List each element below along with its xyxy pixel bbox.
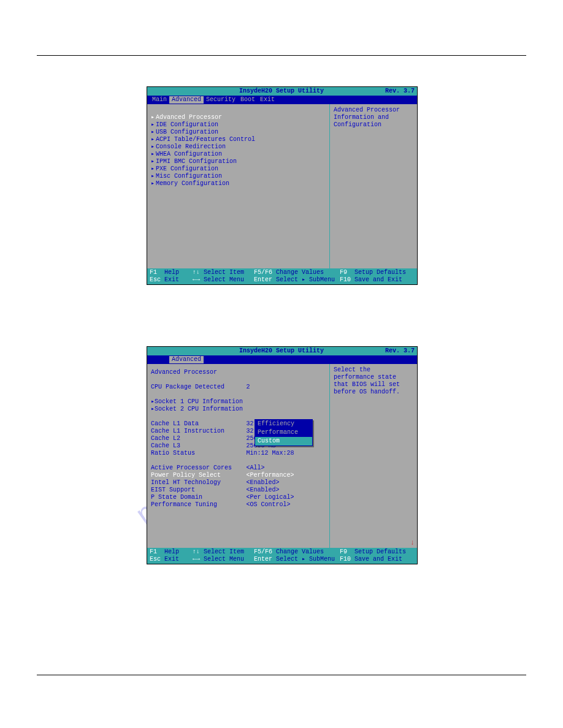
menu-item-whea[interactable]: ▸WHEA Configuration [151, 151, 326, 158]
advanced-menu-list: ▸Advanced Processor ▸IDE Configuration ▸… [147, 104, 330, 268]
submenu-socket2[interactable]: ▸Socket 2 CPU Information [151, 406, 326, 413]
menu-item-pxe[interactable]: ▸PXE Configuration [151, 165, 326, 173]
utility-title: InsydeH20 Setup Utility [147, 88, 416, 95]
help-text-pane: Advanced Processor Information and Confi… [330, 104, 417, 268]
menu-item-memory[interactable]: ▸Memory Configuration [151, 180, 326, 188]
cpu-pkg-value: 2 [246, 384, 326, 391]
ratio-status-label: Ratio Status [151, 450, 246, 457]
bios-screenshot-1: x InsydeH20 Setup Utility Rev. 3.7 MainA… [147, 86, 416, 285]
menu-item-ipmi[interactable]: ▸IPMI BMC Configuration [151, 158, 326, 165]
setting-pstate[interactable]: P State Domain<Per Logical> [151, 494, 326, 501]
menu-item-misc[interactable]: ▸Misc Configuration [151, 173, 326, 180]
help-text-pane-2: Select the performance state that BIOS w… [330, 364, 417, 548]
bios-screenshot-2: x InsydeH20 Setup Utility Rev. 3.7 MainA… [147, 346, 416, 564]
help-text-2: Select the performance state that BIOS w… [334, 366, 413, 396]
tab-row-2: MainAdvanced [147, 355, 417, 364]
popup-option-performance[interactable]: Performance [255, 428, 312, 437]
title-bar-2: x InsydeH20 Setup Utility Rev. 3.7 [147, 347, 417, 355]
menu-item-ide-config[interactable]: ▸IDE Configuration [151, 121, 326, 129]
menu-item-console-redir[interactable]: ▸Console Redirection [151, 143, 326, 151]
scroll-down-icon: ↓ [410, 539, 415, 547]
popup-option-efficiency[interactable]: Efficiency [255, 420, 312, 428]
menu-item-advanced-processor[interactable]: ▸Advanced Processor [151, 114, 326, 121]
menu-item-usb-config[interactable]: ▸USB Configuration [151, 129, 326, 136]
utility-title-2: InsydeH20 Setup Utility [147, 347, 416, 355]
help-bar-2: F1 Help ↑↓ Select Item F5/F6 Change Valu… [147, 548, 417, 564]
cache-l2-label: Cache L2 [151, 435, 246, 442]
advanced-processor-pane: Advanced Processor CPU Package Detected2… [147, 364, 330, 548]
popup-option-custom[interactable]: Custom [255, 437, 312, 446]
help-bar: F1 Help ↑↓ Select Item F5/F6 Change Valu… [147, 268, 417, 284]
tab-main[interactable]: Main [150, 96, 169, 104]
setting-active-cores[interactable]: Active Processor Cores<All> [151, 464, 326, 472]
cache-l1i-label: Cache L1 Instruction [151, 428, 246, 435]
setting-perf-tuning[interactable]: Performance Tuning<OS Control> [151, 501, 326, 509]
tab-exit[interactable]: Exit [258, 96, 277, 104]
tab-advanced-2[interactable]: Advanced [169, 356, 204, 363]
tab-security[interactable]: Security [204, 96, 238, 104]
setting-eist[interactable]: EIST Support<Enabled> [151, 487, 326, 494]
cache-l1d-label: Cache L1 Data [151, 420, 246, 428]
tab-boot[interactable]: Boot [238, 96, 258, 104]
cache-l3-label: Cache L3 [151, 442, 246, 450]
section-heading: Advanced Processor [151, 369, 326, 376]
setting-power-policy[interactable]: Power Policy Select<Performance> [151, 472, 326, 479]
submenu-socket1[interactable]: ▸Socket 1 CPU Information [151, 398, 326, 406]
ratio-status-value: Min:12 Max:28 [246, 450, 326, 457]
tab-advanced[interactable]: Advanced [169, 96, 204, 104]
power-policy-popup: Efficiency Performance Custom [255, 419, 313, 446]
title-bar: x InsydeH20 Setup Utility Rev. 3.7 [147, 87, 417, 96]
menu-item-acpi[interactable]: ▸ACPI Table/Features Control [151, 136, 326, 143]
tab-row: MainAdvancedSecurityBootExit [147, 96, 417, 104]
setting-ht[interactable]: Intel HT Technology<Enabled> [151, 479, 326, 487]
cpu-pkg-label: CPU Package Detected [151, 384, 246, 391]
help-text: Advanced Processor Information and Confi… [334, 107, 413, 129]
